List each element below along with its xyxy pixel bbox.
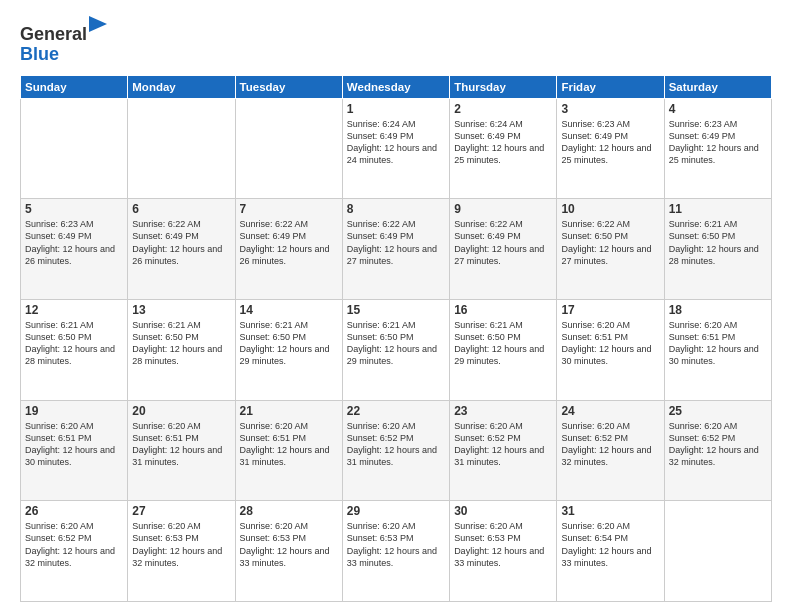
day-info: Sunrise: 6:22 AM Sunset: 6:49 PM Dayligh…: [132, 218, 230, 267]
day-info: Sunrise: 6:20 AM Sunset: 6:54 PM Dayligh…: [561, 520, 659, 569]
day-number: 21: [240, 404, 338, 418]
day-number: 5: [25, 202, 123, 216]
day-info: Sunrise: 6:20 AM Sunset: 6:51 PM Dayligh…: [132, 420, 230, 469]
day-info: Sunrise: 6:21 AM Sunset: 6:50 PM Dayligh…: [240, 319, 338, 368]
day-number: 7: [240, 202, 338, 216]
day-info: Sunrise: 6:20 AM Sunset: 6:52 PM Dayligh…: [454, 420, 552, 469]
day-number: 14: [240, 303, 338, 317]
logo: General Blue: [20, 16, 107, 65]
week-row-5: 26Sunrise: 6:20 AM Sunset: 6:52 PM Dayli…: [21, 501, 772, 602]
header: General Blue: [20, 16, 772, 65]
day-info: Sunrise: 6:20 AM Sunset: 6:52 PM Dayligh…: [347, 420, 445, 469]
day-number: 31: [561, 504, 659, 518]
weekday-header-row: SundayMondayTuesdayWednesdayThursdayFrid…: [21, 75, 772, 98]
day-cell: [235, 98, 342, 199]
day-cell: 21Sunrise: 6:20 AM Sunset: 6:51 PM Dayli…: [235, 400, 342, 501]
day-number: 27: [132, 504, 230, 518]
day-number: 24: [561, 404, 659, 418]
day-info: Sunrise: 6:20 AM Sunset: 6:53 PM Dayligh…: [347, 520, 445, 569]
logo-general: General: [20, 24, 87, 44]
day-number: 22: [347, 404, 445, 418]
weekday-header-friday: Friday: [557, 75, 664, 98]
day-cell: 16Sunrise: 6:21 AM Sunset: 6:50 PM Dayli…: [450, 299, 557, 400]
svg-marker-0: [89, 16, 107, 32]
day-number: 11: [669, 202, 767, 216]
week-row-3: 12Sunrise: 6:21 AM Sunset: 6:50 PM Dayli…: [21, 299, 772, 400]
weekday-header-wednesday: Wednesday: [342, 75, 449, 98]
day-number: 26: [25, 504, 123, 518]
day-cell: 26Sunrise: 6:20 AM Sunset: 6:52 PM Dayli…: [21, 501, 128, 602]
week-row-1: 1Sunrise: 6:24 AM Sunset: 6:49 PM Daylig…: [21, 98, 772, 199]
day-cell: 4Sunrise: 6:23 AM Sunset: 6:49 PM Daylig…: [664, 98, 771, 199]
day-number: 2: [454, 102, 552, 116]
day-number: 23: [454, 404, 552, 418]
day-number: 19: [25, 404, 123, 418]
day-cell: 25Sunrise: 6:20 AM Sunset: 6:52 PM Dayli…: [664, 400, 771, 501]
day-number: 25: [669, 404, 767, 418]
day-cell: 31Sunrise: 6:20 AM Sunset: 6:54 PM Dayli…: [557, 501, 664, 602]
day-number: 1: [347, 102, 445, 116]
day-number: 28: [240, 504, 338, 518]
weekday-header-saturday: Saturday: [664, 75, 771, 98]
day-info: Sunrise: 6:20 AM Sunset: 6:53 PM Dayligh…: [132, 520, 230, 569]
day-cell: 1Sunrise: 6:24 AM Sunset: 6:49 PM Daylig…: [342, 98, 449, 199]
day-cell: 10Sunrise: 6:22 AM Sunset: 6:50 PM Dayli…: [557, 199, 664, 300]
logo-blue: Blue: [20, 44, 59, 64]
day-info: Sunrise: 6:20 AM Sunset: 6:53 PM Dayligh…: [240, 520, 338, 569]
day-number: 4: [669, 102, 767, 116]
day-cell: 14Sunrise: 6:21 AM Sunset: 6:50 PM Dayli…: [235, 299, 342, 400]
day-info: Sunrise: 6:20 AM Sunset: 6:51 PM Dayligh…: [561, 319, 659, 368]
day-cell: [664, 501, 771, 602]
day-cell: 27Sunrise: 6:20 AM Sunset: 6:53 PM Dayli…: [128, 501, 235, 602]
day-number: 16: [454, 303, 552, 317]
day-info: Sunrise: 6:20 AM Sunset: 6:51 PM Dayligh…: [669, 319, 767, 368]
week-row-2: 5Sunrise: 6:23 AM Sunset: 6:49 PM Daylig…: [21, 199, 772, 300]
day-info: Sunrise: 6:21 AM Sunset: 6:50 PM Dayligh…: [454, 319, 552, 368]
day-cell: 30Sunrise: 6:20 AM Sunset: 6:53 PM Dayli…: [450, 501, 557, 602]
day-info: Sunrise: 6:21 AM Sunset: 6:50 PM Dayligh…: [669, 218, 767, 267]
day-info: Sunrise: 6:24 AM Sunset: 6:49 PM Dayligh…: [454, 118, 552, 167]
day-info: Sunrise: 6:20 AM Sunset: 6:51 PM Dayligh…: [240, 420, 338, 469]
day-info: Sunrise: 6:20 AM Sunset: 6:52 PM Dayligh…: [25, 520, 123, 569]
weekday-header-thursday: Thursday: [450, 75, 557, 98]
day-cell: 9Sunrise: 6:22 AM Sunset: 6:49 PM Daylig…: [450, 199, 557, 300]
day-info: Sunrise: 6:24 AM Sunset: 6:49 PM Dayligh…: [347, 118, 445, 167]
day-info: Sunrise: 6:23 AM Sunset: 6:49 PM Dayligh…: [561, 118, 659, 167]
day-info: Sunrise: 6:20 AM Sunset: 6:52 PM Dayligh…: [669, 420, 767, 469]
day-cell: 28Sunrise: 6:20 AM Sunset: 6:53 PM Dayli…: [235, 501, 342, 602]
day-number: 12: [25, 303, 123, 317]
weekday-header-monday: Monday: [128, 75, 235, 98]
day-cell: 24Sunrise: 6:20 AM Sunset: 6:52 PM Dayli…: [557, 400, 664, 501]
day-number: 6: [132, 202, 230, 216]
day-number: 8: [347, 202, 445, 216]
day-info: Sunrise: 6:21 AM Sunset: 6:50 PM Dayligh…: [347, 319, 445, 368]
day-cell: 18Sunrise: 6:20 AM Sunset: 6:51 PM Dayli…: [664, 299, 771, 400]
page: General Blue SundayMondayTuesdayWednesda…: [0, 0, 792, 612]
day-cell: 29Sunrise: 6:20 AM Sunset: 6:53 PM Dayli…: [342, 501, 449, 602]
logo-flag-icon: [89, 16, 107, 38]
day-info: Sunrise: 6:23 AM Sunset: 6:49 PM Dayligh…: [669, 118, 767, 167]
day-info: Sunrise: 6:22 AM Sunset: 6:49 PM Dayligh…: [454, 218, 552, 267]
day-cell: 20Sunrise: 6:20 AM Sunset: 6:51 PM Dayli…: [128, 400, 235, 501]
day-cell: [128, 98, 235, 199]
day-info: Sunrise: 6:22 AM Sunset: 6:49 PM Dayligh…: [240, 218, 338, 267]
day-number: 13: [132, 303, 230, 317]
week-row-4: 19Sunrise: 6:20 AM Sunset: 6:51 PM Dayli…: [21, 400, 772, 501]
day-cell: 15Sunrise: 6:21 AM Sunset: 6:50 PM Dayli…: [342, 299, 449, 400]
day-number: 3: [561, 102, 659, 116]
day-cell: 12Sunrise: 6:21 AM Sunset: 6:50 PM Dayli…: [21, 299, 128, 400]
day-cell: 2Sunrise: 6:24 AM Sunset: 6:49 PM Daylig…: [450, 98, 557, 199]
day-cell: 6Sunrise: 6:22 AM Sunset: 6:49 PM Daylig…: [128, 199, 235, 300]
day-number: 18: [669, 303, 767, 317]
day-info: Sunrise: 6:20 AM Sunset: 6:52 PM Dayligh…: [561, 420, 659, 469]
day-number: 29: [347, 504, 445, 518]
day-number: 17: [561, 303, 659, 317]
day-cell: 19Sunrise: 6:20 AM Sunset: 6:51 PM Dayli…: [21, 400, 128, 501]
weekday-header-sunday: Sunday: [21, 75, 128, 98]
day-info: Sunrise: 6:20 AM Sunset: 6:53 PM Dayligh…: [454, 520, 552, 569]
day-cell: 22Sunrise: 6:20 AM Sunset: 6:52 PM Dayli…: [342, 400, 449, 501]
weekday-header-tuesday: Tuesday: [235, 75, 342, 98]
day-info: Sunrise: 6:21 AM Sunset: 6:50 PM Dayligh…: [25, 319, 123, 368]
day-cell: 3Sunrise: 6:23 AM Sunset: 6:49 PM Daylig…: [557, 98, 664, 199]
day-cell: 13Sunrise: 6:21 AM Sunset: 6:50 PM Dayli…: [128, 299, 235, 400]
